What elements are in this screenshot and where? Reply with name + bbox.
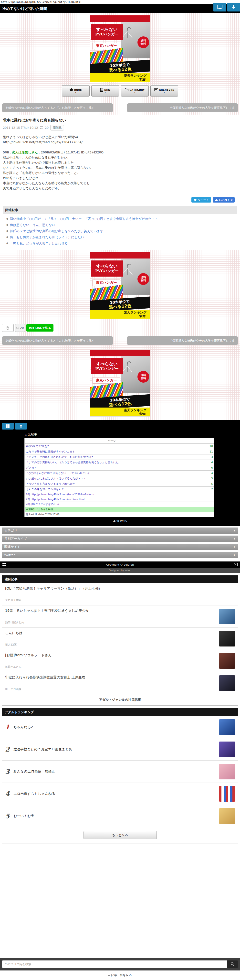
popular-link[interactable]: ふたりで居る時に彼氏がすぐチンコ出す: [26, 450, 75, 453]
ranking-title[interactable]: エロ画像すももちゃんねる: [13, 792, 216, 796]
ad-free-shipping-badge: 送料 無料: [137, 273, 149, 285]
ad-rakuten-line2: 常連!: [140, 412, 146, 415]
comment-count[interactable]: 20: [45, 126, 49, 129]
bullet-icon: ●: [6, 241, 8, 245]
featured-title[interactable]: [OL]「悪堕ち調教！キャリアウーマン（単話）」（井上七都）: [5, 586, 102, 591]
grid-icon: [6, 425, 10, 428]
accordion-twitter[interactable]: twitter ▶: [2, 552, 238, 558]
prev-entry-link[interactable]: 夕飯作ったのに嫌いな物が入ってると「これ無理」とか言って残す: [2, 336, 113, 345]
featured-item[interactable]: こんにちは 毎人12区: [2, 628, 238, 650]
entry-title[interactable]: 電車に乗ればお年寄りに席も譲らない: [3, 118, 237, 123]
featured-title[interactable]: こんにちは: [5, 631, 23, 635]
featured-source: 熱帯日記まとめ: [5, 620, 89, 624]
triangle-up-icon: ▲: [104, 92, 106, 94]
popular-link[interactable]: 「ナマの方が気持ちいい、ゴムつけてちゃ全然気持ち良くない」と言われた: [26, 461, 119, 464]
next-entry-link[interactable]: 半仮面浪人な彼氏がウチの大学を正直見下してる: [127, 103, 238, 112]
popular-footer-link[interactable]: 28) 彼氏が子どもすぎて引いた: [26, 503, 60, 506]
acr-web-credit[interactable]: -ACR WEB-: [0, 520, 240, 523]
nav-category-button[interactable]: CATEGORY ▲: [121, 85, 149, 97]
featured-item[interactable]: [OL]「悪堕ち調教！キャリアウーマン（単話）」（井上七都） エロ電子書籍: [2, 583, 238, 605]
page-top-button[interactable]: [15, 423, 27, 430]
tweet-button[interactable]: ツイート: [191, 197, 211, 202]
prev-entry-link[interactable]: 夕飯作ったのに嫌いな物が入ってると「これ無理」とか言って残す: [2, 103, 113, 112]
accordion-related-sites[interactable]: 関連サイト ▶: [2, 544, 238, 550]
ranking-item[interactable]: 5 おーい！お宝: [2, 805, 238, 827]
featured-title[interactable]: 19歳 るいちゃん参上！専門学校に通うまじめ美少女: [5, 609, 89, 613]
accordion-monthly-archive[interactable]: 月別アーカイブ ▶: [2, 536, 238, 542]
entry-line: 本当に気付かなかったんなら人を助ける能力が欠落してるし: [3, 181, 237, 186]
ranking-thumbnail: [219, 786, 235, 802]
pc-view-button[interactable]: [213, 3, 226, 11]
featured-item[interactable]: 牢獄に入れられ長期快楽調教放置の女剣士 上原亜衣 絶・エロ画像: [2, 672, 238, 694]
ranking-title[interactable]: おーい！お宝: [13, 814, 216, 818]
mail-icon[interactable]: [234, 563, 238, 566]
popular-link[interactable]: ガアガア: [26, 466, 37, 469]
grid-icon[interactable]: [2, 563, 6, 566]
ranking-item[interactable]: 1 ちゃんねるZ: [2, 716, 238, 738]
popular-promo-link[interactable]: 今週集計「ふるさと納税」: [26, 508, 56, 511]
ranking-item[interactable]: 4 エロ画像すももちゃんねる: [2, 783, 238, 805]
ad-banner-hanger-2[interactable]: すべらない PVCハンガー 東京ハンガー 送料 無料 10本単位で 選べる12色…: [90, 252, 150, 318]
related-link[interactable]: 俺は悪くない。うん、悪くない: [10, 223, 55, 227]
popular-footer-link[interactable]: 26) http://polaron.blog40.fc2.com/?no=23…: [26, 493, 94, 496]
line-icon: LINE: [29, 327, 34, 329]
blog-search-input[interactable]: [2, 961, 227, 968]
ranking-item[interactable]: 3 みんなのエロ画像 無修正: [2, 760, 238, 783]
popular-footer-row: 26) http://polaron.blog40.fc2.com/?no=23…: [25, 492, 215, 497]
site-title[interactable]: 冷めてないけど引いた瞬間: [2, 6, 47, 11]
ad-rakuten-line2: 常連!: [140, 315, 146, 318]
popular-link[interactable]: いい歳なのに未だにブルマはいてるんだが・・・: [26, 477, 86, 480]
bottom-whitespace: [0, 843, 240, 958]
download-arrow-icon: [232, 5, 236, 9]
browser-url[interactable]: http://polaron.blog40.fc2.com/blog-entry…: [0, 0, 240, 4]
popular-link[interactable]: そういう事を言えないままラブホへ来た: [26, 482, 75, 485]
popular-footer-link[interactable]: 27) http://polaron.blog40.fc2.com/archiv…: [26, 498, 84, 501]
nav-home-button[interactable]: HOME ▲: [62, 85, 90, 97]
ranking-title[interactable]: みんなのエロ画像 無修正: [13, 769, 216, 774]
popular-col-count: [199, 438, 215, 444]
rank-number: 4: [5, 790, 13, 797]
line-share-button[interactable]: LINE LINEで送る: [26, 324, 54, 332]
nav-new-button[interactable]: NEW ▲: [91, 85, 119, 97]
popular-link[interactable]: 「○○はそんなに締まり良くない」って言われました: [26, 472, 91, 475]
ranking-title[interactable]: ちゃんねるZ: [13, 725, 216, 729]
ranking-item[interactable]: 2 放送事故まとめ＊お宝エロ画像まとめ: [2, 738, 238, 760]
popular-link[interactable]: うんこの味を知ってる仲なん？: [26, 488, 64, 491]
featured-source: 毎日かあさん: [5, 665, 52, 669]
blog-search-button[interactable]: [227, 961, 238, 968]
triangle-up-icon: ▲: [163, 92, 165, 94]
source-thread-url[interactable]: http://love6.2ch.net/test/read.cgi/ex/12…: [3, 140, 237, 145]
entry-line: 見て見ぬフリしてたんならただのアホ。: [3, 186, 237, 191]
related-link[interactable]: 「神と私、どっちが大切？」と言われる: [10, 241, 68, 245]
ad-banner-hanger-3[interactable]: すべらない PVCハンガー 東京ハンガー 送料 無料 10本単位で 選べる12色…: [90, 350, 150, 416]
related-link[interactable]: 俺、もし男の子が産まれたら月（ライト）にしたい: [10, 235, 84, 239]
ad-brand: 東京ハンガー: [92, 280, 120, 286]
accordion-category[interactable]: カテゴリ ▶: [2, 528, 238, 534]
popular-link[interactable]: 英検5級の37歳を2…: [26, 445, 52, 448]
facebook-like-button[interactable]: いいね！ 0: [213, 197, 235, 202]
category-badge[interactable]: 価値観: [50, 125, 64, 130]
download-button[interactable]: [227, 3, 240, 11]
apps-button[interactable]: [2, 423, 14, 430]
related-link[interactable]: 彼氏のフケと慢性的な鼻毛の飛び出しを見るたび、萎えています: [10, 229, 103, 233]
adult-genre-featured-link[interactable]: アダルトジャンルの注目記事: [2, 694, 238, 705]
featured-title[interactable]: 牢獄に入れられ長期快楽調教放置の女剣士 上原亜衣: [5, 675, 85, 680]
ranking-more-button[interactable]: もっと見る: [84, 831, 157, 839]
popular-count: 5: [199, 481, 215, 487]
next-entry-link[interactable]: 半仮面浪人な彼氏がウチの大学を正直見下してる: [127, 336, 238, 345]
featured-item[interactable]: [お題]from:ソウルフードさん 毎日かあさん: [2, 650, 238, 672]
thumbs-up-icon: [215, 198, 218, 201]
related-link[interactable]: 買い物途中「○○円だ～」「見て～○○円、安いー」「高っ○○円」とすぐ金額を言う彼…: [10, 217, 158, 221]
ranking-title[interactable]: 放送事故まとめ＊お宝エロ画像まとめ: [13, 747, 216, 752]
ad-banner-hanger-1[interactable]: すべらない PVCハンガー 東京ハンガー 送料 無料 10本単位で 選べる12色…: [90, 15, 150, 82]
entry-list-link[interactable]: 記事一覧を見る: [111, 973, 132, 977]
featured-item[interactable]: 19歳 るいちゃん参上！専門学校に通うまじめ美少女 熱帯日記まとめ: [2, 605, 238, 628]
popular-table: ページ 英検5級の37歳を2…10 ふたりで居る時に彼氏がすぐチンコ出す11 「…: [24, 438, 215, 517]
bullet-icon: ●: [6, 229, 8, 233]
nav-archives-button[interactable]: ARCHIVES ▲: [150, 85, 178, 97]
popular-link[interactable]: 「ナメて」とおねだりされたので、お尻に顔を近づけた: [26, 455, 94, 458]
featured-title[interactable]: [お題]from:ソウルフードさん: [5, 653, 52, 657]
web-clap-button[interactable]: [2, 324, 14, 332]
rank-number: 5: [5, 812, 13, 820]
clap-count-box[interactable]: 20: [15, 324, 25, 332]
